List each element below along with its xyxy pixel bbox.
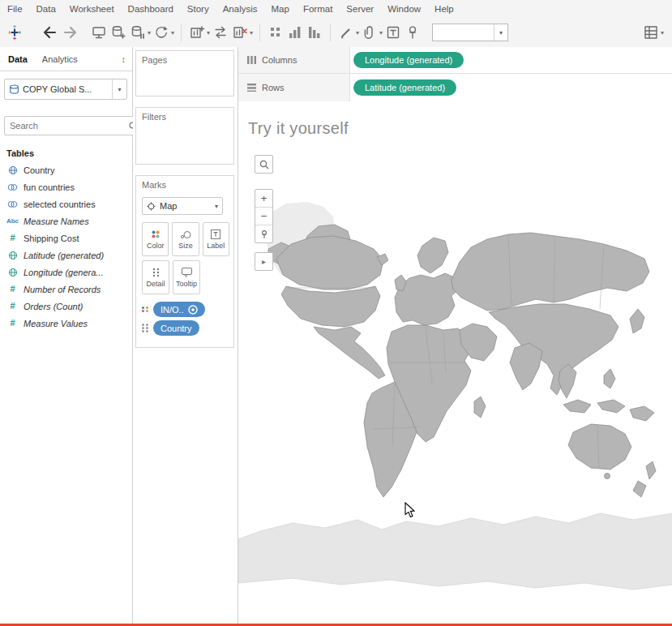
pill-country[interactable]: Country xyxy=(153,320,199,336)
show-me-button[interactable] xyxy=(641,21,661,44)
columns-shelf[interactable]: Columns Longitude (generated) xyxy=(238,47,672,74)
tableau-logo-button[interactable] xyxy=(5,21,24,44)
rows-shelf-label: Rows xyxy=(262,83,285,92)
pill-in-out[interactable]: IN/O.. xyxy=(153,302,205,317)
menu-worksheet[interactable]: Worksheet xyxy=(70,4,114,14)
set-icon xyxy=(6,182,19,192)
menu-file[interactable]: File xyxy=(7,4,23,14)
search-box xyxy=(4,116,143,135)
marks-card: Marks Map ▾ Color xyxy=(135,175,234,348)
columns-shelf-header: Columns xyxy=(238,47,350,73)
marks-buttons-row: Detail Tooltip xyxy=(142,260,229,294)
chevron-down-icon[interactable]: ▾ xyxy=(112,79,126,99)
field-number-of-records[interactable]: # Number of Records xyxy=(0,281,132,298)
pill-latitude-generated[interactable]: Latitude (generated) xyxy=(353,79,456,96)
color-button[interactable]: Color xyxy=(142,222,169,256)
menu-server[interactable]: Server xyxy=(346,4,374,14)
world-map[interactable] xyxy=(238,105,672,624)
rows-icon xyxy=(247,84,256,92)
detail-button[interactable]: Detail xyxy=(142,260,169,294)
new-data-source-button[interactable] xyxy=(109,21,128,44)
expand-right-icon: ▸ xyxy=(255,253,272,270)
label-button[interactable]: Label xyxy=(203,222,229,256)
color-shelf-icon xyxy=(142,307,150,312)
chevron-down-icon[interactable]: ▾ xyxy=(494,24,507,41)
field-shipping-cost[interactable]: # Shipping Cost xyxy=(0,229,132,247)
menu-window[interactable]: Window xyxy=(387,4,421,14)
highlight-button[interactable] xyxy=(266,21,285,44)
rows-shelf[interactable]: Rows Latitude (generated) xyxy=(238,74,672,102)
menu-data[interactable]: Data xyxy=(36,4,56,14)
menu-dashboard[interactable]: Dashboard xyxy=(128,4,173,14)
pill-longitude-generated[interactable]: Longitude (generated) xyxy=(353,52,464,68)
filters-shelf[interactable]: Filters xyxy=(135,107,234,165)
field-measure-values[interactable]: # Measure Values xyxy=(0,315,132,332)
highlight-icon xyxy=(268,24,284,41)
pause-auto-updates-button[interactable] xyxy=(128,21,148,44)
database-add-icon xyxy=(110,24,126,41)
map-zoom-control: + − xyxy=(255,189,273,243)
chevron-down-icon[interactable]: ▾ xyxy=(356,29,359,36)
field-fun-countries[interactable]: fun countries xyxy=(0,178,132,195)
tab-analytics[interactable]: Analytics xyxy=(42,54,78,64)
zoom-home-pin-icon[interactable] xyxy=(255,225,272,242)
search-input[interactable] xyxy=(5,121,125,131)
menu-map[interactable]: Map xyxy=(272,4,289,14)
field-selected-countries[interactable]: selected countries xyxy=(0,195,132,212)
label-icon xyxy=(211,229,220,239)
redo-button[interactable] xyxy=(62,21,81,44)
fit-selector[interactable]: ▾ xyxy=(432,24,508,41)
tooltip-button[interactable]: Tooltip xyxy=(173,260,200,294)
map-canvas[interactable]: Try it yourself xyxy=(238,101,672,624)
highlighter-button[interactable] xyxy=(336,21,356,44)
field-longitude-generated[interactable]: Longitude (genera... xyxy=(0,264,132,281)
zoom-in-button[interactable]: + xyxy=(255,190,272,207)
mark-type-icon xyxy=(147,202,156,211)
field-measure-names[interactable]: Abc Measure Names xyxy=(0,212,132,229)
pages-shelf[interactable]: Pages xyxy=(135,50,234,96)
color-icon xyxy=(151,229,161,239)
chevron-down-icon[interactable]: ▾ xyxy=(215,203,218,210)
data-source-selector[interactable]: COPY Global S... ▾ xyxy=(4,79,127,100)
fix-axes-button[interactable] xyxy=(403,21,422,44)
mark-type-selector[interactable]: Map ▾ xyxy=(142,197,223,215)
menu-help[interactable]: Help xyxy=(434,4,454,14)
menu-format[interactable]: Format xyxy=(303,4,332,14)
new-worksheet-button[interactable] xyxy=(187,21,207,44)
pane-swap-icon[interactable]: ↕ xyxy=(122,54,126,64)
sort-ascending-button[interactable] xyxy=(285,21,305,44)
chevron-down-icon[interactable]: ▾ xyxy=(379,29,383,36)
tooltip-icon xyxy=(182,268,192,277)
detail-shelf-icon xyxy=(142,324,150,332)
toolbar: ▾ ▾ ▾ xyxy=(0,18,672,47)
menu-story[interactable]: Story xyxy=(187,4,209,14)
toolbar-separator xyxy=(330,24,331,41)
refresh-button[interactable] xyxy=(152,21,171,44)
tab-data[interactable]: Data xyxy=(8,54,28,64)
show-mark-labels-button[interactable] xyxy=(383,21,403,44)
field-country[interactable]: Country xyxy=(0,161,132,178)
refresh-icon xyxy=(153,24,169,41)
field-orders-count[interactable]: # Orders (Count) xyxy=(0,298,132,315)
field-latitude-generated[interactable]: Latitude (generated) xyxy=(0,247,132,264)
swap-rows-columns-button[interactable] xyxy=(211,21,230,44)
size-button[interactable]: Size xyxy=(172,222,199,256)
chevron-down-icon[interactable]: ▾ xyxy=(148,29,151,36)
sort-descending-button[interactable] xyxy=(305,21,324,44)
chevron-down-icon[interactable]: ▾ xyxy=(171,29,174,36)
chevron-down-icon[interactable]: ▾ xyxy=(250,29,253,36)
chevron-down-icon[interactable]: ▾ xyxy=(661,29,664,36)
save-button[interactable] xyxy=(89,21,109,44)
format-workbook-button[interactable] xyxy=(360,21,379,44)
clear-sheet-button[interactable] xyxy=(230,21,250,44)
map-search-control[interactable] xyxy=(255,155,273,174)
map-tools-expander[interactable]: ▸ xyxy=(255,252,273,271)
menu-analysis[interactable]: Analysis xyxy=(223,4,258,14)
undo-button[interactable] xyxy=(39,21,58,44)
marks-card-title: Marks xyxy=(142,180,229,190)
chevron-down-icon[interactable]: ▾ xyxy=(207,29,210,36)
data-pane-tabs: Data Analytics ↕ xyxy=(0,47,132,71)
zoom-out-button[interactable]: − xyxy=(255,207,272,225)
paperclip-icon xyxy=(362,24,378,41)
visibility-eye-icon[interactable] xyxy=(188,305,198,315)
